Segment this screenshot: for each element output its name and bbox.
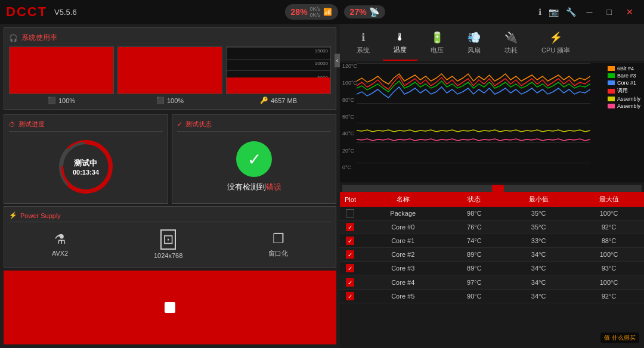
tab-power[interactable]: 🔌 功耗: [494, 27, 528, 61]
legend-color-5: [608, 104, 615, 108]
headphone-icon: 🎧: [9, 34, 18, 42]
temp-chart-area: 120°C 100°C 80°C 60°C 40°C 20°C 0°C: [340, 63, 644, 182]
tab-cpufreq[interactable]: ⚡ CPU 频率: [531, 27, 581, 61]
col-max: 最大值: [574, 192, 644, 207]
table-row: Core #289°C34°C100°C: [340, 248, 644, 262]
cpu-value: 100%: [58, 97, 75, 104]
chart-scrollbar[interactable]: [342, 185, 642, 192]
table-row: Core #076°C35°C92°C: [340, 220, 644, 234]
legend-label-2: Core #1: [617, 80, 636, 86]
row-plot-4[interactable]: [340, 262, 361, 275]
table-row: Core #590°C34°C92°C: [340, 289, 644, 303]
checkbox-2[interactable]: [346, 237, 354, 245]
titlebar-actions: ℹ 📷 🔧 ─ □ ✕: [538, 6, 637, 18]
row-min-5: 34°C: [503, 275, 574, 289]
main-layout: 🎧 系统使用率 10080604020 ⬛ 100%: [0, 24, 644, 348]
checkbox-3[interactable]: [346, 250, 354, 259]
power-tab-label: 功耗: [504, 46, 518, 55]
logo-icon: DCCT: [6, 4, 47, 20]
camera-icon[interactable]: 📷: [549, 7, 559, 17]
row-min-3: 34°C: [503, 248, 574, 262]
row-status-6: 90°C: [445, 289, 504, 303]
row-max-5: 100°C: [574, 275, 644, 289]
cpufreq-tab-label: CPU 频率: [541, 46, 570, 55]
table-body: Package98°C35°C100°CCore #076°C35°C92°CC…: [340, 207, 644, 303]
y-20: 20°C: [342, 148, 357, 154]
titlebar-status: 28% 0K/s0K/s 📶 27% 📡: [285, 4, 385, 20]
test-progress-title: ⏱ 测试进度: [9, 120, 163, 132]
y-0: 0°C: [342, 164, 357, 170]
info-icon[interactable]: ℹ: [538, 7, 541, 17]
y-80: 80°C: [342, 97, 357, 103]
tab-system[interactable]: ℹ 系统: [346, 27, 380, 61]
y-40: 40°C: [342, 130, 357, 136]
stop-button[interactable]: [4, 271, 336, 344]
progress-circle: 测试中 00:13:34: [59, 140, 113, 194]
membar-value: 4657 MB: [271, 97, 297, 104]
fan-tab-icon: 💨: [467, 31, 481, 44]
status-icon: ✓: [177, 120, 182, 128]
resolution-icon: ⊡: [160, 229, 176, 250]
window-icon: ❐: [273, 231, 284, 247]
power-item-avx2: ⚗ AVX2: [52, 232, 68, 257]
membar-chart: 15000 10000 5000: [226, 46, 331, 94]
legend-color-3: [608, 89, 615, 94]
row-plot-2[interactable]: [340, 234, 361, 248]
left-panel: 🎧 系统使用率 10080604020 ⬛ 100%: [0, 24, 340, 348]
legend-item-3: 调用: [608, 87, 640, 95]
mem-fill: [118, 47, 222, 94]
cpu-io-value: 0K/s0K/s: [310, 6, 321, 18]
row-name-6: Core #5: [361, 289, 445, 303]
mem-value: 100%: [167, 97, 184, 104]
checkbox-6[interactable]: [346, 292, 354, 300]
row-status-0: 98°C: [445, 207, 504, 220]
checkbox-5[interactable]: [346, 278, 354, 287]
row-plot-6[interactable]: [340, 289, 361, 303]
row-plot-5[interactable]: [340, 275, 361, 289]
y-axis: 120°C 100°C 80°C 60°C 40°C 20°C 0°C: [342, 63, 357, 170]
system-tab-label: 系统: [357, 46, 370, 55]
sidebar-toggle[interactable]: ‹: [335, 54, 340, 67]
mem-label: ⬛ 100%: [117, 97, 222, 104]
test-progress-panel: ⏱ 测试进度 测试中 00:13:34: [4, 114, 168, 204]
row-plot-0[interactable]: [340, 207, 361, 220]
window-label: 窗口化: [268, 249, 288, 258]
minimize-button[interactable]: ─: [583, 6, 596, 18]
close-button[interactable]: ✕: [623, 6, 637, 18]
maximize-button[interactable]: □: [603, 6, 615, 18]
legend-item-4: Assembly: [608, 96, 640, 102]
row-max-3: 100°C: [574, 248, 644, 262]
row-max-2: 88°C: [574, 234, 644, 248]
table-row: Core #497°C34°C100°C: [340, 275, 644, 289]
settings-icon[interactable]: 🔧: [566, 7, 576, 17]
membar-fill: [227, 77, 330, 94]
clock-icon: ⏱: [9, 121, 16, 128]
temp-tab-label: 温度: [394, 45, 407, 54]
tab-temp[interactable]: 🌡 温度: [383, 27, 417, 61]
row-plot-1[interactable]: [340, 220, 361, 234]
checkbox-0[interactable]: [346, 209, 354, 218]
checkbox-1[interactable]: [346, 223, 354, 231]
power-tab-icon: 🔌: [504, 31, 518, 44]
system-tab-icon: ℹ: [361, 31, 366, 44]
cpu-label: ⬛ 100%: [9, 97, 114, 104]
membar-mid: 10000: [315, 61, 328, 66]
cpu-icon: ⬛: [48, 97, 56, 104]
row-name-4: Core #3: [361, 262, 445, 275]
cpufreq-tab-icon: ⚡: [549, 31, 562, 44]
resolution-label: 1024x768: [154, 252, 182, 259]
row-max-0: 100°C: [574, 207, 644, 220]
mem-usage-value: 27%: [350, 7, 367, 17]
row-plot-3[interactable]: [340, 248, 361, 262]
tab-fan[interactable]: 💨 风扇: [457, 27, 491, 61]
power-supply-title: ⚡ Power Supply: [9, 212, 331, 222]
legend-item-0: 6Bit #4: [608, 66, 640, 72]
tab-voltage[interactable]: 🔋 电压: [420, 27, 454, 61]
no-error-suffix: 错误: [266, 182, 281, 191]
legend-color-1: [608, 73, 615, 78]
legend-label-5: Assembly: [617, 103, 640, 109]
cpu-usage-pill: 28% 0K/s0K/s 📶: [285, 4, 338, 20]
power-supply-label: Power Supply: [20, 212, 61, 219]
checkbox-4[interactable]: [346, 264, 354, 272]
power-items-row: ⚗ AVX2 ⊡ 1024x768 ❐ 窗口化: [9, 226, 331, 263]
